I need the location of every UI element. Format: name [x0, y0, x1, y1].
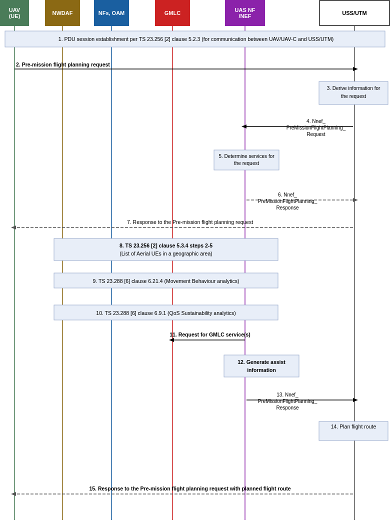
svg-text:(List of Aerial UEs in a geogr: (List of Aerial UEs in a geographic area…	[120, 250, 212, 256]
svg-text:11. Request for GMLC service(s: 11. Request for GMLC service(s)	[170, 332, 250, 338]
actor-gmlc: GMLC	[155, 0, 190, 26]
svg-marker-9	[353, 67, 358, 71]
svg-text:2. Pre-mission flight planning: 2. Pre-mission flight planning request	[16, 62, 110, 68]
actor-nfs-oam: NFs, OAM	[94, 0, 129, 26]
actor-uss-utm: USS/UTM	[319, 0, 390, 26]
svg-rect-6	[5, 31, 385, 47]
svg-rect-33	[54, 273, 278, 288]
svg-text:3. Derive information for: 3. Derive information for	[327, 86, 380, 91]
svg-text:15. Response to the Pre-missio: 15. Response to the Pre-mission flight p…	[89, 486, 290, 492]
svg-text:Request: Request	[306, 132, 325, 137]
svg-rect-19	[214, 150, 279, 170]
svg-text:Response: Response	[276, 405, 298, 410]
svg-marker-15	[242, 124, 246, 128]
actor-uas-nf: UAS NF/NEF	[225, 0, 265, 26]
svg-text:the request: the request	[341, 94, 366, 99]
svg-text:8. TS 23.256 [2] clause 5.3.4 : 8. TS 23.256 [2] clause 5.3.4 steps 2-5	[120, 242, 212, 248]
sequence-diagram: UAV(UE) NWDAF NFs, OAM GMLC UAS NF/NEF U…	[0, 0, 392, 532]
actor-nwdaf: NWDAF	[45, 0, 80, 26]
svg-rect-40	[224, 355, 299, 377]
svg-text:14. Plan flight route: 14. Plan flight route	[331, 424, 376, 430]
svg-text:12. Generate assist: 12. Generate assist	[238, 359, 286, 365]
svg-rect-11	[319, 82, 388, 104]
svg-rect-30	[54, 238, 278, 260]
svg-marker-38	[169, 338, 174, 342]
svg-text:10. TS 23.288 [6] clause 6.9.1: 10. TS 23.288 [6] clause 6.9.1 (QoS Sust…	[96, 310, 236, 316]
svg-text:PreMissionFlightPlanning_: PreMissionFlightPlanning_	[258, 198, 318, 204]
svg-text:PreMissionFlightPlanning_: PreMissionFlightPlanning_	[286, 125, 346, 130]
actor-uav: UAV(UE)	[0, 0, 29, 26]
svg-text:5. Determine services for: 5. Determine services for	[218, 154, 274, 159]
svg-rect-35	[54, 305, 278, 320]
svg-text:information: information	[247, 367, 276, 373]
svg-marker-28	[11, 226, 16, 230]
diagram-svg: 1. PDU session establishment per TS 23.2…	[0, 0, 392, 532]
svg-rect-48	[319, 422, 388, 440]
svg-text:4. Nnef_: 4. Nnef_	[306, 118, 326, 124]
svg-text:6. Nnef_: 6. Nnef_	[278, 192, 297, 198]
svg-text:Response: Response	[276, 205, 298, 210]
svg-text:the request: the request	[234, 160, 259, 166]
svg-text:13. Nnef_: 13. Nnef_	[276, 392, 298, 398]
svg-text:7. Response to the Pre-mission: 7. Response to the Pre-mission flight pl…	[127, 219, 253, 225]
svg-marker-51	[11, 492, 16, 496]
svg-text:9. TS 23.288 [6] clause 6.21.4: 9. TS 23.288 [6] clause 6.21.4 (Movement…	[93, 278, 240, 284]
svg-text:PreMissionFlightPlanning_: PreMissionFlightPlanning_	[258, 398, 318, 404]
svg-text:1. PDU session establishment p: 1. PDU session establishment per TS 23.2…	[58, 36, 334, 42]
svg-marker-44	[353, 398, 358, 402]
svg-marker-23	[353, 198, 358, 202]
